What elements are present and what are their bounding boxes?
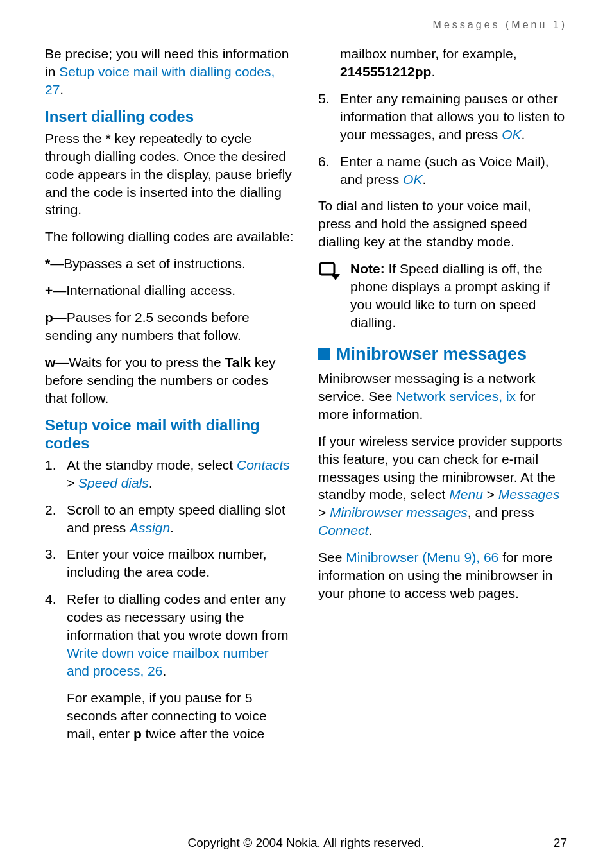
ui-label: Assign [130,520,170,535]
symbol: * [45,256,50,271]
body-text: Press the * key repeatedly to cycle thro… [45,130,294,219]
right-column: mailbox number, for example, 2145551212p… [318,45,567,752]
step4-subtext: For example, if you pause for 5 seconds … [45,689,294,743]
ui-label: Connect [318,523,368,538]
text: > [318,505,330,520]
footer-rule [45,828,567,828]
symbol: w [45,355,55,370]
heading-minibrowser-messages: Minibrowser messages [318,345,567,364]
section-square-icon [318,348,330,360]
text: . [521,127,525,142]
text: . [368,523,372,538]
note-icon [318,261,341,332]
svg-rect-0 [320,263,334,275]
setup-steps-list: At the standby mode, select Contacts > S… [45,456,294,680]
list-item: At the standby mode, select Contacts > S… [45,456,294,492]
heading-insert-dialling-codes: Insert dialling codes [45,108,294,126]
text: Enter any remaining pauses or other info… [340,91,565,142]
text: . [162,663,166,678]
text: Scroll to an empty speed dialling slot a… [67,502,285,535]
text: —Waits for you to press the [55,355,225,370]
ui-label: Minibrowser messages [330,505,468,520]
ui-label: OK [403,172,422,187]
ui-label: Speed dials [78,475,149,490]
list-item: Enter any remaining pauses or other info… [318,90,567,144]
list-item: Enter your voice mailbox number, includi… [45,545,294,581]
ui-label: OK [502,127,521,142]
page-number: 27 [529,836,567,850]
list-item: Scroll to an empty speed dialling slot a… [45,501,294,537]
text: Refer to dialling codes and enter any co… [67,591,289,642]
text: —International dialling access. [53,283,235,298]
text: . [60,82,64,97]
list-item: Enter a name (such as Voice Mail), and p… [318,153,567,189]
setup-steps-list-cont: Enter any remaining pauses or other info… [318,90,567,189]
code-plus: +—International dialling access. [45,282,294,300]
text: Enter your voice mailbox number, includi… [67,547,267,579]
body-text: The following dialling codes are availab… [45,228,294,246]
intro-paragraph: Be precise; you will need this informati… [45,45,294,99]
link-write-down[interactable]: Write down voice mailbox number and proc… [67,645,269,678]
link-setup-voice-mail[interactable]: Setup voice mail with dialling codes, 27 [45,64,275,97]
link-network-services[interactable]: Network services, ix [396,389,516,404]
text: > [67,475,78,490]
text: > [483,487,498,502]
text: mailbox number, for example, [340,46,516,61]
body-text: If your wireless service provider suppor… [318,432,567,540]
step4-continuation: mailbox number, for example, 2145551212p… [318,45,567,81]
text: —Bypasses a set of instructions. [50,256,246,271]
text: . [170,520,174,535]
body-text: To dial and listen to your voice mail, p… [318,197,567,251]
svg-marker-1 [331,274,340,280]
two-column-layout: Be precise; you will need this informati… [45,45,567,752]
text: twice after the voice [142,726,264,741]
note-block: Note: If Speed dialling is off, the phon… [318,260,567,332]
text: . [431,64,435,79]
symbol: + [45,283,53,298]
symbol: p [133,726,142,741]
key-name: Talk [225,355,251,370]
text: . [422,172,426,187]
text: Enter a name (such as Voice Mail), and p… [340,154,549,187]
symbol: p [45,310,53,325]
example-number: 2145551212pp [340,64,431,79]
heading-text: Minibrowser messages [336,345,527,364]
link-minibrowser-menu9[interactable]: Minibrowser (Menu 9), 66 [346,550,498,565]
body-text: Minibrowser messaging is a network servi… [318,370,567,423]
ui-label: Menu [449,487,483,502]
code-star: *—Bypasses a set of instructions. [45,255,294,273]
note-text: Note: If Speed dialling is off, the phon… [350,260,567,332]
ui-label: Contacts [237,457,290,472]
code-p: p—Pauses for 2.5 seconds before sending … [45,309,294,345]
text: At the standby mode, select [67,457,237,472]
list-item: Refer to dialling codes and enter any co… [45,590,294,680]
text: See [318,550,346,565]
code-w: w—Waits for you to press the Talk key be… [45,353,294,407]
page-footer: Copyright © 2004 Nokia. All rights reser… [0,836,612,850]
note-label: Note: [350,261,385,276]
ui-label: Messages [498,487,560,502]
text: , and press [468,505,534,520]
text: —Pauses for 2.5 seconds before sending a… [45,310,250,343]
body-text: See Minibrowser (Menu 9), 66 for more in… [318,549,567,602]
left-column: Be precise; you will need this informati… [45,45,294,752]
copyright-text: Copyright © 2004 Nokia. All rights reser… [83,836,529,850]
running-header: Messages (Menu 1) [45,19,567,31]
text: . [149,475,153,490]
heading-setup-voice-mail: Setup voice mail with dialling codes [45,416,294,452]
